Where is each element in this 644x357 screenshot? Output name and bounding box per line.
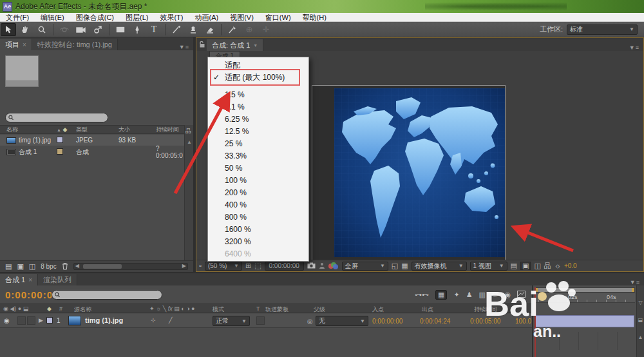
- menu-item-zoom[interactable]: 3200 %: [208, 236, 308, 248]
- label-color-swatch[interactable]: [57, 137, 63, 143]
- layer-fx-icon[interactable]: ╱: [169, 317, 172, 323]
- shy-icon[interactable]: ⊶⊷: [415, 291, 429, 298]
- selection-tool[interactable]: [1, 23, 16, 36]
- col-source-name[interactable]: 源名称: [74, 305, 91, 314]
- menu-animation[interactable]: 动画(A): [189, 13, 225, 22]
- menu-composition[interactable]: 图像合成(C): [70, 13, 120, 22]
- time-ruler[interactable]: 02s 04s: [535, 293, 635, 303]
- index-column[interactable]: #: [59, 305, 62, 312]
- layer-duration[interactable]: 0:00:05:00: [470, 318, 500, 325]
- eye-icon[interactable]: ◉: [4, 317, 10, 324]
- clone-stamp-tool[interactable]: [185, 23, 201, 36]
- axis-mode-icon[interactable]: ✛: [258, 23, 274, 36]
- menu-item-zoom[interactable]: 33.3%: [208, 150, 308, 162]
- tab-timeline-comp[interactable]: 合成 1 ×: [0, 274, 38, 285]
- close-icon[interactable]: ×: [28, 276, 32, 284]
- menu-item-zoom[interactable]: 1.5 %: [208, 89, 308, 101]
- brush-tool[interactable]: [169, 23, 184, 36]
- col-parent[interactable]: 父级: [314, 305, 325, 314]
- layer-name[interactable]: timg (1).jpg: [85, 316, 123, 324]
- sort-tag-icons[interactable]: ▲ ◆: [57, 126, 76, 133]
- work-area-bar[interactable]: [535, 287, 635, 293]
- title-bar[interactable]: Ae Adobe After Effects - 未命名项目.aep *: [0, 0, 644, 13]
- comp-button-icon[interactable]: ⬓: [638, 317, 643, 323]
- col-name[interactable]: 名称: [0, 126, 57, 134]
- label-color-swatch[interactable]: [57, 148, 63, 155]
- menu-item-zoom[interactable]: 6.25 %: [208, 113, 308, 126]
- menu-item-zoom[interactable]: 50 %: [208, 162, 308, 175]
- target-region-icon[interactable]: ◱: [392, 262, 398, 269]
- shape-tool[interactable]: [113, 23, 128, 36]
- camera-tool[interactable]: [73, 23, 89, 36]
- parent-pickwhip-icon[interactable]: ◎: [307, 318, 313, 325]
- menu-item-zoom[interactable]: 400 %: [208, 199, 308, 211]
- camera-dropdown[interactable]: 有效摄像机 ▼: [412, 262, 467, 271]
- current-time-indicator[interactable]: [535, 287, 536, 357]
- timeline-scrollbar[interactable]: ▽ ⬓ ▲: [636, 285, 644, 357]
- menu-item-zoom[interactable]: 800 %: [208, 211, 308, 224]
- menu-item-zoom[interactable]: 25 %: [208, 138, 308, 150]
- col-mode[interactable]: 模式: [213, 305, 224, 314]
- menu-layer[interactable]: 图层(L): [120, 13, 154, 22]
- motion-blur-icon[interactable]: ⬭: [492, 291, 498, 298]
- workspace-dropdown[interactable]: 标准 ▼: [567, 24, 638, 35]
- project-search[interactable]: [5, 113, 108, 122]
- col-duration[interactable]: 持续时间: [474, 305, 497, 314]
- col-trkmat[interactable]: 轨道蒙板: [265, 305, 289, 314]
- text-tool[interactable]: T: [146, 23, 162, 36]
- scroll-right-icon[interactable]: ▶: [182, 263, 186, 269]
- layer-out-time[interactable]: 0:00:04:24: [420, 318, 450, 325]
- channels-icon[interactable]: [328, 262, 339, 270]
- menu-item-zoom[interactable]: 200 %: [208, 187, 308, 199]
- project-column-headers[interactable]: 名称 ▲ ◆ 类型 大小 持续时间: [0, 125, 184, 134]
- snapshot-icon[interactable]: [307, 262, 316, 270]
- close-icon[interactable]: ×: [23, 41, 26, 48]
- layer-row[interactable]: ◉ ▶ 1 timg (1).jpg ⊹ ╱ 正常 ▼ ◎ 无 ▼ 0:00:0…: [0, 314, 532, 328]
- menu-item-zoom[interactable]: 1600 %: [208, 224, 308, 236]
- timeline-search[interactable]: [52, 290, 162, 300]
- panel-menu-icon[interactable]: ▼≡: [175, 44, 193, 50]
- pixel-aspect-icon[interactable]: ◫: [534, 262, 540, 269]
- col-type[interactable]: 类型: [76, 126, 118, 134]
- blend-mode-dropdown[interactable]: 正常 ▼: [213, 316, 250, 326]
- auto-keyframe-icon[interactable]: ◉: [504, 291, 511, 298]
- current-timecode[interactable]: 0:00:00:00: [0, 289, 52, 300]
- always-preview-icon[interactable]: ▫: [199, 262, 202, 269]
- mini-flowchart-icon[interactable]: ▦: [435, 290, 447, 300]
- layer-in-time[interactable]: 0:00:00:00: [372, 318, 402, 325]
- menu-effect[interactable]: 效果(T): [154, 13, 189, 22]
- menu-file[interactable]: 文件(F): [0, 13, 35, 22]
- scroll-left-icon[interactable]: ◀: [75, 263, 79, 269]
- menu-edit[interactable]: 编辑(E): [35, 13, 70, 22]
- layer-quality-icon[interactable]: ⊹: [151, 317, 156, 323]
- menu-item-zoom[interactable]: 3.1 %: [208, 101, 308, 113]
- col-duration[interactable]: 持续时间: [156, 126, 184, 134]
- pen-tool[interactable]: [129, 23, 145, 36]
- region-of-interest-icon[interactable]: ⬚: [254, 262, 261, 269]
- search-input[interactable]: [15, 114, 105, 121]
- tab-render-queue[interactable]: 渲染队列: [38, 274, 77, 285]
- flowchart-icon[interactable]: 品: [185, 127, 191, 135]
- layer-stretch[interactable]: 100.0: [515, 318, 531, 325]
- viewer-timecode[interactable]: 0:00:00:00: [265, 262, 304, 271]
- scroll-up-icon[interactable]: ▲: [638, 334, 643, 340]
- scrollbar-thumb[interactable]: [83, 264, 122, 269]
- tab-composition-viewer[interactable]: 合成: 合成 1 ▼: [207, 39, 263, 51]
- menu-item-zoom[interactable]: 12.5 %: [208, 126, 308, 138]
- resolution-dropdown[interactable]: 全屏 ▼: [342, 262, 388, 271]
- audio-cell[interactable]: [17, 316, 26, 325]
- safe-margins-icon[interactable]: ⊞: [245, 262, 251, 269]
- marker-icon[interactable]: ▽: [638, 300, 642, 305]
- expand-icon[interactable]: ▶: [39, 317, 43, 323]
- project-row-footage[interactable]: timg (1).jpg JPEG 93 KB: [0, 135, 184, 146]
- puppet-pin-tool[interactable]: ⊕: [242, 23, 257, 36]
- graph-editor-icon[interactable]: [517, 291, 526, 299]
- exposure-icon[interactable]: ☼: [554, 262, 561, 269]
- magnification-dropdown[interactable]: (50 %) ▼: [205, 262, 242, 271]
- panel-menu-icon[interactable]: ▼≡: [626, 279, 644, 285]
- trash-icon[interactable]: [62, 262, 68, 271]
- interpret-footage-icon[interactable]: ▤: [5, 262, 12, 271]
- timeline-search-input[interactable]: [62, 291, 159, 298]
- draft-3d-icon[interactable]: ✦: [453, 291, 459, 298]
- menu-item-zoom[interactable]: 100 %: [208, 175, 308, 187]
